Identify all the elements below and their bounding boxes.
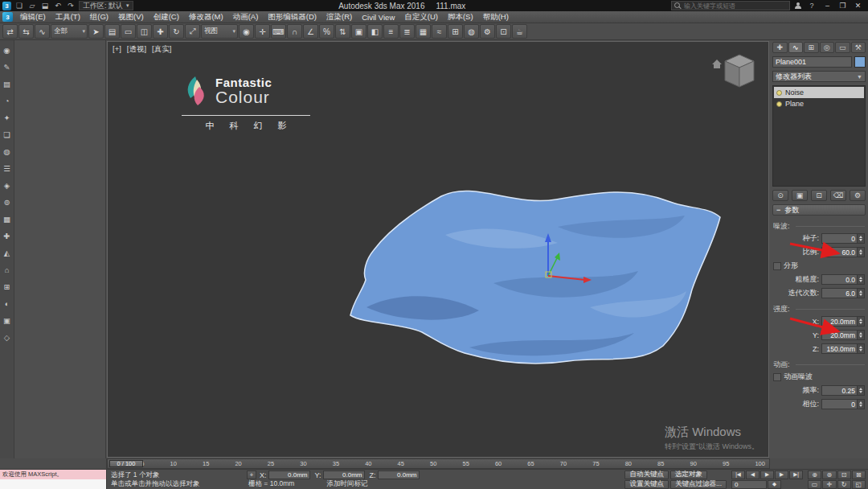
coordinate-input[interactable]: 0.0mm xyxy=(378,471,420,479)
reference-coordinate-dropdown[interactable]: 视图 xyxy=(201,24,238,39)
viewport-menu[interactable]: [+] xyxy=(113,44,121,55)
spinner-arrows[interactable] xyxy=(857,234,864,243)
angle-snap-icon[interactable]: ∠ xyxy=(303,24,318,39)
param-spinner-field[interactable]: 20.0mm xyxy=(821,316,865,327)
remove-modifier-button[interactable]: ⌫ xyxy=(830,190,846,201)
tab-hierarchy[interactable]: ⊞ xyxy=(804,42,819,53)
sign-in-icon[interactable] xyxy=(792,1,804,10)
param-spinner-field[interactable]: 60.0 xyxy=(821,247,865,257)
listener-macro-row[interactable]: 欢迎使用 MAXScript。 xyxy=(0,470,106,479)
tab-display[interactable]: ▭ xyxy=(835,42,850,53)
undo-icon[interactable]: ↶ xyxy=(52,1,63,10)
keyboard-override-icon[interactable]: ⌨ xyxy=(271,24,286,39)
time-slider[interactable]: 0 / 100 xyxy=(109,460,143,467)
cloth-object[interactable] xyxy=(350,191,720,363)
open-file-icon[interactable]: ▱ xyxy=(27,1,38,10)
left-tool-icon[interactable]: ▤ xyxy=(2,79,13,89)
app-logo-icon[interactable]: 3 xyxy=(2,2,11,10)
left-tool-icon[interactable]: ⊚ xyxy=(2,197,13,208)
go-to-end-button[interactable]: ▶| xyxy=(789,471,803,479)
previous-frame-button[interactable]: ◀ xyxy=(746,471,760,479)
menu-item[interactable]: 帮助(H) xyxy=(478,11,514,23)
menu-item[interactable]: 图形编辑器(D) xyxy=(263,11,321,23)
selection-set-dropdown[interactable]: 选定对象 xyxy=(670,471,707,479)
stack-item-noise[interactable]: Noise xyxy=(774,87,864,98)
help-search-box[interactable] xyxy=(671,1,790,10)
material-editor-icon[interactable]: ◍ xyxy=(464,24,479,39)
render-setup-icon[interactable]: ⚙ xyxy=(480,24,495,39)
play-button[interactable]: ▶ xyxy=(760,471,774,479)
menu-item[interactable]: 创建(C) xyxy=(149,11,184,23)
viewcube-home-icon[interactable] xyxy=(712,60,722,68)
left-tool-icon[interactable]: ⊞ xyxy=(2,281,13,292)
modifier-list-dropdown[interactable]: 修改器列表 ▼ xyxy=(772,71,866,82)
left-tool-icon[interactable]: ❏ xyxy=(2,129,13,140)
percent-snap-icon[interactable]: % xyxy=(319,24,334,39)
menu-item[interactable]: 修改器(M) xyxy=(184,11,228,23)
zoom-region-icon[interactable]: ▭ xyxy=(808,480,821,489)
left-tool-icon[interactable]: ◍ xyxy=(2,146,13,157)
select-and-scale-icon[interactable]: ⤢ xyxy=(185,24,200,39)
left-tool-icon[interactable]: ◈ xyxy=(2,180,13,191)
zoom-extents-all-icon[interactable]: ⊠ xyxy=(852,471,866,479)
param-spinner-field[interactable]: 6.0 xyxy=(821,288,865,298)
key-filters-button[interactable]: 关键点过滤器... xyxy=(670,480,727,489)
selection-filter-dropdown[interactable]: 全部 xyxy=(51,24,88,39)
left-tool-icon[interactable]: ▦ xyxy=(2,214,13,224)
menu-item[interactable]: 自定义(U) xyxy=(399,11,443,23)
menu-item[interactable]: 工具(T) xyxy=(51,11,85,23)
set-key-button[interactable]: 设置关键点 xyxy=(624,480,669,489)
mirror-icon[interactable]: ◧ xyxy=(367,24,383,39)
viewport-menu[interactable]: [真实] xyxy=(152,44,171,55)
left-tool-icon[interactable]: ✚ xyxy=(2,231,13,241)
transform-type-in-toggle[interactable]: ⌖ xyxy=(247,471,256,479)
menu-item[interactable]: 动画(A) xyxy=(228,11,264,23)
orbit-view-icon[interactable]: ↻ xyxy=(837,480,851,489)
bind-to-space-warp-icon[interactable]: ∿ xyxy=(35,24,50,39)
application-menu-icon[interactable]: 3 xyxy=(2,12,13,22)
select-and-manipulate-icon[interactable]: ✛ xyxy=(255,24,270,39)
align-icon[interactable]: ≡ xyxy=(383,24,399,39)
view-cube[interactable] xyxy=(710,51,755,92)
left-tool-icon[interactable]: ◔ xyxy=(2,96,13,106)
use-pivot-point-icon[interactable]: ◉ xyxy=(239,24,254,39)
spinner-arrows[interactable] xyxy=(857,386,864,395)
left-tool-icon[interactable]: ◇ xyxy=(2,332,13,343)
left-tool-icon[interactable]: ▣ xyxy=(2,315,13,326)
listener-script-row[interactable] xyxy=(0,479,106,489)
param-spinner-field[interactable]: 150.0mm xyxy=(821,343,865,354)
spinner-arrows[interactable] xyxy=(857,331,864,339)
spinner-snap-icon[interactable]: ⇅ xyxy=(335,24,350,39)
tab-create[interactable]: ✚ xyxy=(772,42,788,53)
param-spinner-field[interactable]: 0.25 xyxy=(821,385,865,396)
spinner-arrows[interactable] xyxy=(857,400,864,409)
tab-modify[interactable]: ∿ xyxy=(788,42,804,53)
time-track[interactable]: 0 / 100 05101520253035404550556065707580… xyxy=(107,458,770,469)
perspective-viewport[interactable]: [+][透视][真实] xyxy=(107,41,769,458)
zoom-extents-icon[interactable]: ⊡ xyxy=(837,471,851,479)
spinner-arrows[interactable] xyxy=(857,344,864,353)
auto-key-button[interactable]: 自动关键点 xyxy=(624,471,669,479)
zoom-all-icon[interactable]: ⊛ xyxy=(822,471,836,479)
add-time-tag[interactable]: 添加时间标记 xyxy=(326,479,367,489)
object-color-swatch[interactable] xyxy=(854,56,866,68)
left-tool-icon[interactable]: ⌂ xyxy=(2,265,13,275)
select-and-move-icon[interactable]: ✚ xyxy=(153,24,168,39)
param-spinner-field[interactable]: 20.0mm xyxy=(821,330,865,340)
go-to-start-button[interactable]: |◀ xyxy=(731,471,745,479)
stack-item-plane[interactable]: Plane xyxy=(774,98,864,109)
spinner-arrows[interactable] xyxy=(857,275,864,284)
left-tool-icon[interactable]: ◭ xyxy=(2,248,13,258)
show-end-result-button[interactable]: ▣ xyxy=(792,190,808,201)
menu-item[interactable]: 组(G) xyxy=(85,11,113,23)
spinner-arrows[interactable] xyxy=(857,248,864,257)
select-by-name-icon[interactable]: ▤ xyxy=(104,24,120,39)
param-spinner-field[interactable]: 0 xyxy=(821,233,865,244)
named-selection-sets-icon[interactable]: ▣ xyxy=(351,24,366,39)
left-tool-icon[interactable]: ◉ xyxy=(2,45,13,55)
close-button[interactable]: ✕ xyxy=(850,1,866,10)
param-spinner-field[interactable]: 0.0 xyxy=(821,274,865,285)
left-tool-icon[interactable]: ✎ xyxy=(2,62,13,72)
param-checkbox[interactable] xyxy=(773,373,781,381)
select-object-icon[interactable]: ➤ xyxy=(88,24,104,39)
